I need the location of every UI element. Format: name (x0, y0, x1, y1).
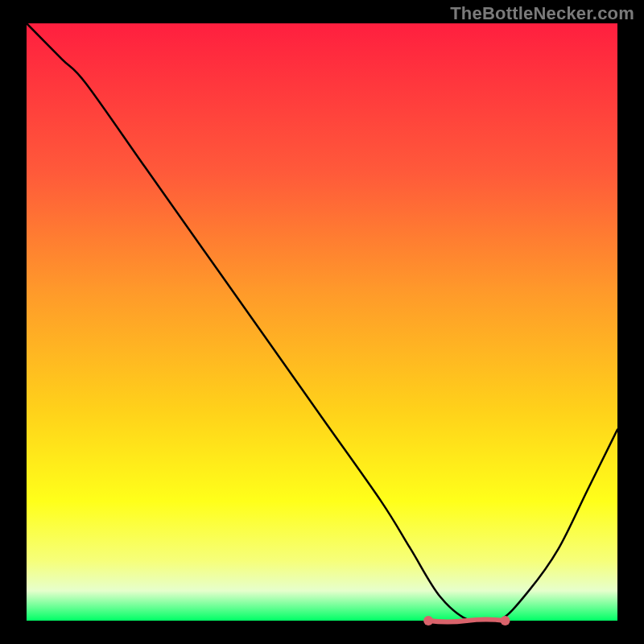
svg-point-1 (501, 616, 510, 625)
watermark-text: TheBottleNecker.com (450, 3, 634, 24)
plot-background (27, 23, 617, 621)
chart-frame: TheBottleNecker.com (0, 0, 644, 644)
bottleneck-chart (0, 0, 644, 644)
svg-point-0 (423, 616, 433, 625)
